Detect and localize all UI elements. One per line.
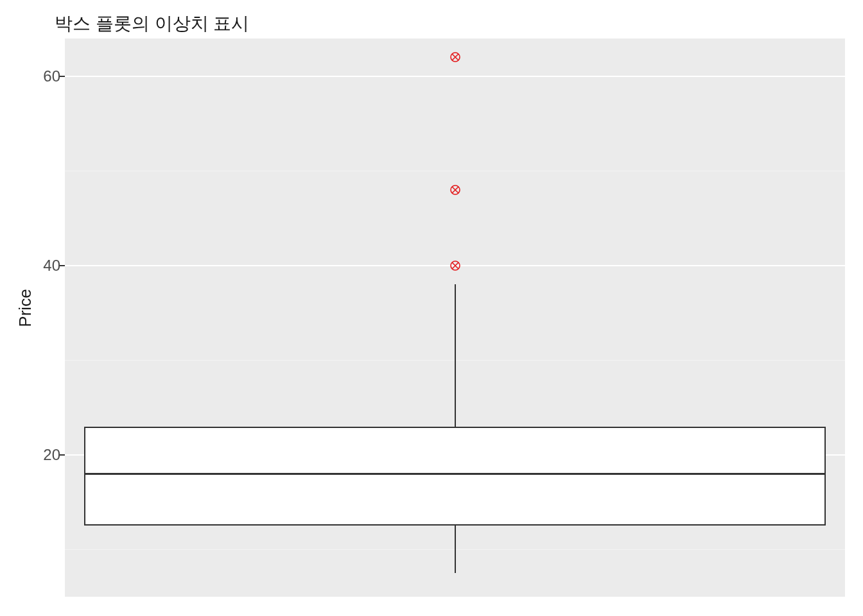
- y-axis-label: Price: [15, 289, 35, 327]
- outlier-point: [449, 51, 461, 63]
- lower-whisker: [455, 526, 456, 573]
- gridline-major: [65, 76, 845, 77]
- y-tick-label: 40: [22, 257, 60, 275]
- box: [84, 427, 826, 526]
- chart-container: 박스 플롯의 이상치 표시 Price 204060: [0, 0, 863, 616]
- upper-whisker: [455, 284, 456, 426]
- y-tick-mark: [60, 76, 65, 77]
- chart-title: 박스 플롯의 이상치 표시: [55, 12, 249, 36]
- outlier-point: [449, 184, 461, 196]
- median-line: [84, 473, 826, 475]
- gridline-minor: [65, 171, 845, 171]
- y-tick-mark: [60, 265, 65, 266]
- outlier-point: [449, 260, 461, 271]
- y-tick-label: 20: [22, 446, 60, 464]
- plot-panel: [65, 38, 845, 597]
- y-tick-label: 60: [22, 67, 60, 85]
- y-tick-mark: [60, 454, 65, 456]
